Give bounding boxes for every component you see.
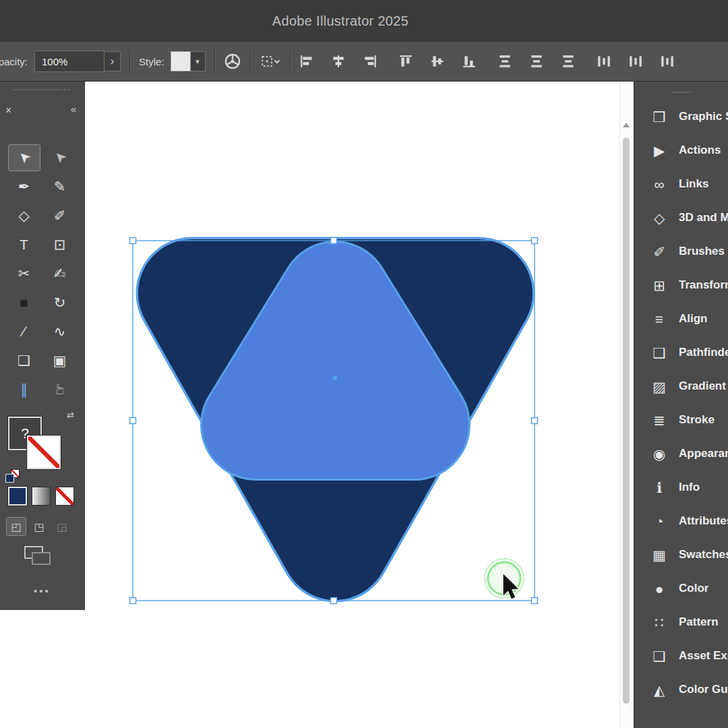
rectangle-tool[interactable]: ■ [9, 290, 40, 315]
selection-tool[interactable]: ➤ [9, 145, 40, 171]
horizontal-distribute-right-button[interactable] [660, 54, 675, 69]
canvas[interactable] [84, 81, 632, 728]
vertical-scrollbar[interactable] [619, 81, 633, 728]
pen-tool[interactable]: ✒ [9, 174, 40, 200]
vertical-distribute-top-button[interactable] [497, 54, 512, 69]
vertical-align-center-button[interactable] [430, 54, 445, 69]
shape-tool[interactable]: ◇ [9, 203, 40, 229]
scroll-up-arrow-icon[interactable] [623, 123, 630, 127]
eyedropper-tool[interactable]: ∕ [9, 319, 40, 344]
horizontal-align-left-button[interactable] [299, 54, 314, 69]
scrollbar-thumb[interactable] [623, 138, 630, 704]
horizontal-distribute-center-button[interactable] [628, 54, 643, 69]
type-tool-icon: T [20, 237, 28, 251]
panel-item-align[interactable]: ≡Align [634, 302, 728, 336]
artboard-tool[interactable]: ▣ [44, 348, 75, 373]
blend-tool-icon: ∿ [54, 324, 66, 338]
opacity-stepper-button[interactable]: › [104, 51, 121, 71]
graph-tool[interactable]: ∥ [9, 377, 40, 402]
panel-item-graphic-styles[interactable]: ❒Graphic Styles [634, 100, 728, 133]
pattern-label: Pattern [679, 615, 719, 629]
vertical-distribute-bottom-button[interactable] [561, 54, 576, 69]
curvature-tool[interactable]: ✎ [44, 174, 75, 200]
collapse-panel-icon[interactable]: « [71, 104, 76, 114]
brushes-label: Brushes [679, 245, 725, 258]
type-tool[interactable]: T [9, 232, 40, 257]
horizontal-align-right-button[interactable] [363, 54, 377, 69]
graph-tool-icon: ∥ [20, 382, 28, 396]
draw-behind-button[interactable]: ◳ [30, 518, 49, 535]
default-fill-stroke-icon[interactable] [5, 469, 20, 484]
eyedropper-tool-icon: ∕ [23, 324, 26, 338]
rotate-tool[interactable]: ↻ [44, 290, 75, 315]
screen-mode-icon[interactable] [24, 546, 54, 568]
gradient-icon: ▨ [644, 380, 675, 394]
hand-tool[interactable]: ☞ [44, 377, 75, 402]
draw-mode-row: ◰◳◲ [7, 518, 71, 535]
brushes-icon: ✐ [644, 245, 675, 259]
rectangle-tool-icon: ■ [20, 295, 28, 309]
paintbrush-tool-icon: ✐ [54, 208, 66, 222]
panel-item-asset-export[interactable]: ❏Asset Export [634, 639, 728, 673]
color-guide-label: Color Guide [679, 683, 728, 696]
scissors-tool[interactable]: ✂ [9, 261, 40, 286]
horizontal-align-center-button[interactable] [331, 54, 346, 69]
gradient-button[interactable] [32, 487, 51, 506]
stroke-icon: ≣ [644, 413, 675, 427]
color-button[interactable] [8, 487, 27, 506]
draw-inside-button[interactable]: ◲ [53, 518, 71, 535]
panel-item-swatches[interactable]: ▦Swatches [634, 538, 728, 572]
selection-tool-icon: ➤ [15, 148, 33, 166]
rotate-tool-icon: ↻ [54, 295, 66, 309]
appearance-label: Appearance [679, 447, 728, 460]
asset-export-label: Asset Export [679, 649, 728, 663]
pen-tool-icon: ✒ [18, 179, 30, 193]
panel-item-3d-and-materials[interactable]: ◇3D and Materials [634, 201, 728, 235]
vertical-distribute-center-button[interactable] [529, 54, 544, 69]
opacity-input[interactable]: 100% [34, 51, 104, 72]
vertical-align-bottom-button[interactable] [462, 54, 477, 69]
free-transform-tool[interactable]: ⊡ [44, 232, 75, 257]
blend-tool[interactable]: ∿ [44, 319, 75, 344]
pathfinder-icon: ❑ [644, 346, 675, 360]
style-swatch[interactable] [171, 51, 191, 71]
recolor-artwork-icon[interactable] [224, 53, 241, 70]
panel-item-gradient[interactable]: ▨Gradient [634, 369, 728, 403]
draw-normal-button[interactable]: ◰ [7, 518, 26, 535]
symbol-sprayer-tool-icon: ❑ [18, 353, 30, 367]
symbol-sprayer-tool[interactable]: ❑ [9, 348, 40, 373]
panel-item-transform[interactable]: ⊞Transform [634, 268, 728, 302]
panel-item-actions[interactable]: ▶Actions [634, 133, 728, 167]
panel-item-links[interactable]: ∞Links [634, 167, 728, 201]
panel-item-stroke[interactable]: ≣Stroke [634, 403, 728, 437]
horizontal-distribute-left-button[interactable] [597, 54, 611, 69]
transform-options-icon[interactable] [260, 53, 281, 70]
panel-item-attributes[interactable]: ◔Attributes [634, 504, 728, 538]
panel-item-pattern[interactable]: ∷Pattern [634, 605, 728, 639]
panel-item-info[interactable]: ℹInfo [634, 471, 728, 504]
close-panel-icon[interactable]: × [5, 105, 11, 116]
more-tools-button[interactable]: ••• [0, 585, 84, 597]
panel-item-brushes[interactable]: ✐Brushes [634, 235, 728, 268]
control-bar: Opacity: 100% › Style: ▾ [0, 42, 728, 82]
stroke-swatch-none[interactable] [27, 435, 61, 469]
hand-tool-icon: ☞ [53, 383, 67, 396]
panel-item-color[interactable]: ●Color [634, 572, 728, 605]
button-group [497, 54, 576, 69]
panel-grip[interactable] [13, 89, 70, 90]
opacity-value: 100% [42, 56, 67, 67]
scissors-tool-icon: ✂ [18, 266, 30, 280]
none-button[interactable] [55, 487, 74, 506]
vertical-align-top-button[interactable] [398, 54, 413, 69]
panel-dock-grip[interactable] [673, 92, 690, 93]
panel-item-appearance[interactable]: ◉Appearance [634, 437, 728, 471]
links-icon: ∞ [644, 177, 675, 191]
direct-selection-tool[interactable]: ➤ [44, 145, 75, 171]
panel-item-pathfinder[interactable]: ❑Pathfinder [634, 336, 728, 369]
panel-item-color-guide[interactable]: ◭Color Guide [634, 673, 728, 706]
shaper-tool[interactable]: ✍ [44, 261, 75, 286]
swap-fill-stroke-icon[interactable]: ⇄ [67, 410, 74, 420]
style-dropdown-chevron[interactable]: ▾ [191, 51, 206, 71]
paintbrush-tool[interactable]: ✐ [44, 203, 75, 229]
actions-icon: ▶ [644, 144, 675, 158]
